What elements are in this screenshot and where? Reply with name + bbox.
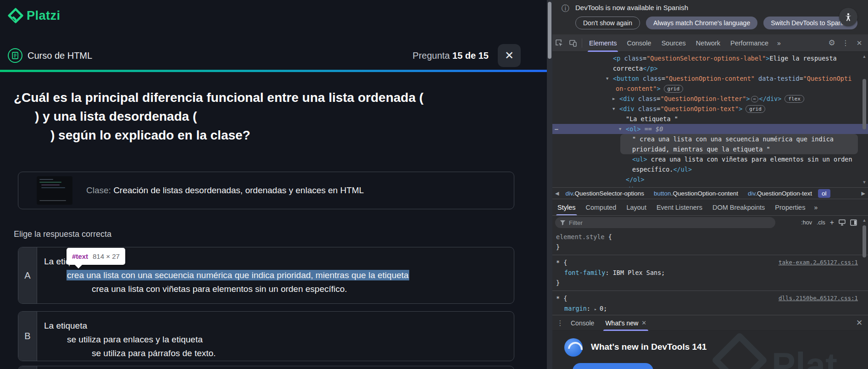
styles-filter-input[interactable]: Filter (555, 217, 775, 228)
dom-code-segment: "QuestionOption-content" (665, 75, 755, 82)
infobar-button-don-t-show-again[interactable]: Don't show again (575, 17, 640, 29)
tab-console[interactable]: Console (622, 34, 656, 52)
layout-badge[interactable]: grid (746, 105, 765, 113)
dom-code-segment: == $0 (641, 125, 663, 133)
dom-line[interactable]: on-content">grid (552, 84, 868, 94)
dom-line[interactable]: ▶<div class="QuestionOption-letter">⋯</d… (552, 94, 868, 104)
expand-arrow-icon[interactable]: ▶ (612, 94, 615, 104)
tab-sources[interactable]: Sources (657, 34, 691, 52)
answer-option-b[interactable]: BLa etiquetase utiliza para enlaces y la… (18, 311, 514, 361)
expand-arrow-icon[interactable]: ▼ (619, 124, 621, 134)
breadcrumb-scroll-left-icon[interactable]: ◀ (552, 190, 562, 196)
choose-answer-label: Elige la respuesta correcta (14, 229, 111, 239)
tab-elements[interactable]: Elements (584, 34, 622, 52)
dom-code-segment: </p> (643, 65, 658, 72)
breadcrumb-item-button-questionoption-content[interactable]: button.QuestionOption-content (650, 189, 742, 198)
dom-line[interactable]: prioridad, mientras que la etiqueta " (552, 144, 868, 154)
accessibility-person-icon[interactable] (839, 8, 857, 26)
dom-code-segment: " crea una lista con una secuencia numér… (632, 135, 834, 143)
styles-tab-styles[interactable]: Styles (552, 199, 581, 216)
dom-line[interactable]: ▼<button class="QuestionOption-content" … (552, 73, 868, 84)
devtools-close-icon[interactable]: ✕ (852, 36, 866, 50)
style-rule[interactable]: dlls.2150be…65127.css:1* {margin: ▸ 0;} (552, 291, 868, 315)
scroll-down-icon[interactable]: ▼ (862, 180, 867, 184)
layout-badge[interactable]: flex (785, 95, 804, 103)
dom-code-segment: = (799, 75, 803, 82)
toolbar-divider (582, 39, 582, 48)
dom-scrollbar-thumb[interactable] (862, 79, 866, 129)
dom-line[interactable]: "La etiqueta " (552, 114, 868, 124)
styles-tab-computed[interactable]: Computed (581, 199, 622, 216)
expand-property-icon[interactable]: ▸ (594, 307, 600, 312)
style-rule[interactable]: take-exam.2…65127.css:1* {font-family: I… (552, 255, 868, 291)
styles-tab-dom-breakpoints[interactable]: DOM Breakpoints (707, 199, 770, 216)
close-quiz-button[interactable]: ✕ (498, 44, 521, 67)
css-property[interactable]: margin: ▸ 0; (556, 303, 858, 314)
tab-network[interactable]: Network (691, 34, 725, 52)
more-tabs-button[interactable]: » (773, 39, 785, 47)
drawer-tab-console[interactable]: Console (565, 315, 600, 331)
page-scrollbar[interactable] (547, 0, 552, 369)
dom-line-selected[interactable]: ⋯▼<ol> == $0 (552, 124, 868, 134)
rendering-emulation-icon[interactable] (839, 219, 846, 226)
styles-scrollbar-thumb[interactable] (862, 225, 866, 257)
styles-scrollbar[interactable]: ▲ (862, 218, 867, 310)
drawer-tab-close-icon[interactable]: ✕ (641, 319, 646, 326)
breadcrumb-item-ol[interactable]: ol (818, 189, 830, 198)
inspect-tooltip: #text 814 × 27 (67, 248, 125, 265)
expand-arrow-icon[interactable]: ▼ (612, 104, 615, 114)
toggle-class-button[interactable]: .cls (817, 219, 825, 226)
tab-performance[interactable]: Performance (725, 34, 773, 52)
scroll-up-icon[interactable]: ▲ (862, 54, 867, 59)
option-letter (18, 366, 37, 369)
dom-line[interactable]: " crea una lista con una secuencia numér… (552, 134, 868, 144)
infobar-message: DevTools is now available in Spanish (575, 4, 688, 11)
styles-tab-properties[interactable]: Properties (770, 199, 810, 216)
dom-gutter-menu-icon[interactable]: ⋯ (555, 124, 559, 134)
drawer-tab-what-s-new[interactable]: What's new✕ (600, 315, 652, 331)
stylesheet-source-link[interactable]: dlls.2150be…65127.css:1 (779, 293, 858, 303)
dom-line[interactable]: </div> (552, 184, 868, 187)
styles-tab-layout[interactable]: Layout (621, 199, 651, 216)
styles-more-tabs-button[interactable]: » (810, 204, 821, 211)
style-rule[interactable]: element.style {} (552, 229, 868, 255)
dom-code-segment: class (639, 75, 662, 82)
sidebar-layout-icon[interactable] (850, 219, 857, 226)
whats-new-cta-button[interactable] (573, 363, 653, 369)
dom-line[interactable]: <ul> crea una lista con viñetas para ele… (552, 154, 868, 164)
settings-gear-icon[interactable]: ⚙ (825, 36, 839, 50)
styles-tab-event-listeners[interactable]: Event Listeners (651, 199, 707, 216)
stylesheet-source-link[interactable]: take-exam.2…65127.css:1 (779, 257, 858, 268)
infobar-button-always-match-chrome-s-language[interactable]: Always match Chrome's language (646, 17, 757, 29)
dom-code-segment: > (739, 105, 742, 112)
inspect-element-icon[interactable] (552, 36, 566, 50)
dom-line[interactable]: correcta</p> (552, 63, 868, 73)
dom-code-segment: data-testid (755, 75, 800, 82)
dom-scrollbar[interactable]: ▲ ▼ (862, 54, 867, 184)
css-property[interactable]: font-family: IBM Plex Sans; (556, 268, 858, 278)
dom-line[interactable]: ▼<div class="QuestionOption-text">grid (552, 104, 868, 114)
device-toolbar-icon[interactable] (566, 36, 580, 50)
dom-line[interactable]: </ol> (552, 174, 868, 184)
devtools-menu-icon[interactable]: ⋮ (839, 36, 852, 50)
breadcrumb-scroll-right-icon[interactable]: ▶ (859, 190, 868, 196)
collapsed-children-icon[interactable]: ⋯ (751, 96, 758, 102)
drawer-menu-icon[interactable]: ⋮ (555, 319, 565, 327)
dom-line[interactable]: <p class="QuestionSelector-options-label… (552, 53, 868, 63)
breadcrumb-item-div-questionoption-text[interactable]: div.QuestionOption-text (744, 189, 816, 198)
new-style-rule-button[interactable]: + (830, 218, 834, 227)
breadcrumb-item-div-questionselector-options[interactable]: div.QuestionSelector-options (562, 189, 648, 198)
toggle-hover-state-button[interactable]: :hov (801, 219, 812, 226)
dom-line[interactable]: específico.</ul> (552, 164, 868, 174)
scroll-up-icon[interactable]: ▲ (862, 218, 867, 223)
layout-badge[interactable]: grid (664, 85, 684, 93)
devtools-infobar: ⓘ DevTools is now available in Spanish D… (552, 0, 868, 34)
page-scrollbar-thumb[interactable] (548, 2, 551, 59)
expand-arrow-icon[interactable]: ▼ (606, 73, 608, 84)
drawer-close-icon[interactable]: ✕ (853, 318, 865, 328)
answer-option-c-partial[interactable] (18, 366, 514, 369)
option-letter: A (18, 247, 37, 303)
class-reference-card[interactable]: Clase: Creación de listas desordenadas, … (18, 172, 514, 209)
platzi-logo[interactable]: Platzi (8, 8, 61, 23)
whats-new-heading: What's new in DevTools 141 (591, 342, 707, 352)
